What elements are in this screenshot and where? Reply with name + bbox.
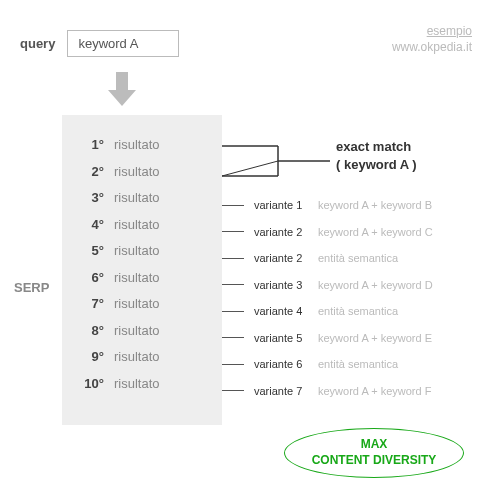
rank: 6° — [74, 270, 104, 285]
rank: 10° — [74, 376, 104, 391]
rank: 9° — [74, 349, 104, 364]
variant-row: variante 2keyword A + keyword C — [222, 219, 433, 246]
variant-detail: entità semantica — [318, 358, 398, 370]
serp-row: 7°risultato — [74, 296, 210, 323]
variant-detail: entità semantica — [318, 305, 398, 317]
credit-block: esempio www.okpedia.it — [392, 24, 472, 55]
serp-row: 4°risultato — [74, 217, 210, 244]
result-label: risultato — [114, 270, 160, 285]
result-label: risultato — [114, 376, 160, 391]
rank: 7° — [74, 296, 104, 311]
variant-label: variante 6 — [254, 358, 312, 370]
variant-label: variante 1 — [254, 199, 312, 211]
oval-line2: CONTENT DIVERSITY — [312, 453, 437, 469]
serp-row: 6°risultato — [74, 270, 210, 297]
serp-row: 9°risultato — [74, 349, 210, 376]
variant-row: variante 3keyword A + keyword D — [222, 272, 433, 299]
result-label: risultato — [114, 296, 160, 311]
variant-label: variante 4 — [254, 305, 312, 317]
max-diversity-callout: MAX CONTENT DIVERSITY — [284, 428, 464, 478]
oval-line1: MAX — [312, 437, 437, 453]
variant-detail: keyword A + keyword C — [318, 226, 433, 238]
serp-label: SERP — [14, 280, 49, 295]
rank: 2° — [74, 164, 104, 179]
result-label: risultato — [114, 137, 160, 152]
connector-line — [222, 337, 244, 338]
rank: 3° — [74, 190, 104, 205]
serp-row: 8°risultato — [74, 323, 210, 350]
connector-line — [222, 390, 244, 391]
connector-line — [222, 364, 244, 365]
variant-detail: keyword A + keyword D — [318, 279, 433, 291]
query-label: query — [20, 36, 55, 51]
result-label: risultato — [114, 190, 160, 205]
svg-marker-1 — [108, 90, 136, 106]
connector-line — [222, 231, 244, 232]
rank: 4° — [74, 217, 104, 232]
variant-label: variante 2 — [254, 252, 312, 264]
variants-column: variante 1keyword A + keyword B variante… — [222, 115, 433, 404]
variant-label: variante 2 — [254, 226, 312, 238]
variant-detail: entità semantica — [318, 252, 398, 264]
connector-line — [222, 205, 244, 206]
serp-row: 5°risultato — [74, 243, 210, 270]
variant-row: variante 7keyword A + keyword F — [222, 378, 433, 405]
variant-label: variante 3 — [254, 279, 312, 291]
credit-esempio: esempio — [392, 24, 472, 40]
serp-row: 3°risultato — [74, 190, 210, 217]
svg-rect-0 — [116, 72, 128, 90]
rank: 1° — [74, 137, 104, 152]
variant-row: variante 2entità semantica — [222, 245, 433, 272]
variant-detail: keyword A + keyword F — [318, 385, 431, 397]
result-label: risultato — [114, 323, 160, 338]
variant-row: variante 1keyword A + keyword B — [222, 192, 433, 219]
query-value-box: keyword A — [67, 30, 179, 57]
result-label: risultato — [114, 349, 160, 364]
variant-row: variante 4entità semantica — [222, 298, 433, 325]
serp-row: 1°risultato — [74, 137, 210, 164]
variant-row: variante 5keyword A + keyword E — [222, 325, 433, 352]
connector-line — [222, 311, 244, 312]
connector-line — [222, 258, 244, 259]
serp-row: 10°risultato — [74, 376, 210, 403]
result-label: risultato — [114, 164, 160, 179]
variant-label: variante 5 — [254, 332, 312, 344]
result-label: risultato — [114, 243, 160, 258]
variant-detail: keyword A + keyword B — [318, 199, 432, 211]
serp-box: 1°risultato 2°risultato 3°risultato 4°ri… — [62, 115, 222, 425]
arrow-down-icon — [104, 70, 140, 113]
result-label: risultato — [114, 217, 160, 232]
variant-detail: keyword A + keyword E — [318, 332, 432, 344]
variant-label: variante 7 — [254, 385, 312, 397]
rank: 5° — [74, 243, 104, 258]
connector-line — [222, 284, 244, 285]
rank: 8° — [74, 323, 104, 338]
variant-row: variante 6entità semantica — [222, 351, 433, 378]
credit-url: www.okpedia.it — [392, 40, 472, 56]
serp-row: 2°risultato — [74, 164, 210, 191]
